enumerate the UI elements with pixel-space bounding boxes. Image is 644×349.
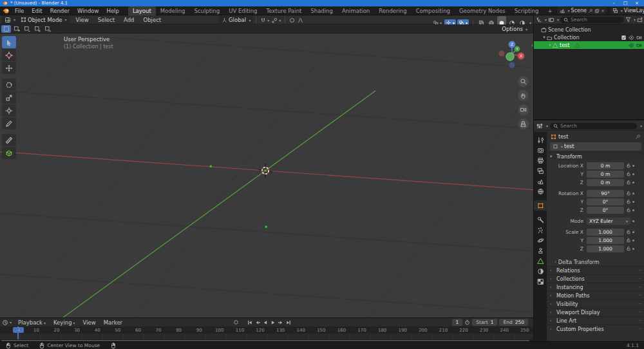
viewport-menu-view[interactable]: View bbox=[72, 16, 93, 24]
panel-collections[interactable]: ›Collections bbox=[547, 274, 644, 283]
field-value[interactable]: XYZ Euler▾ bbox=[587, 218, 630, 225]
proportional-editing-toggle[interactable] bbox=[288, 17, 296, 24]
camera-view-icon[interactable] bbox=[518, 104, 529, 115]
properties-tab-object[interactable] bbox=[534, 200, 547, 211]
frame-end-field[interactable]: End250 bbox=[499, 319, 528, 326]
field-value[interactable]: 90° bbox=[587, 190, 624, 197]
panel-instancing[interactable]: ›Instancing bbox=[547, 283, 644, 291]
animate-dot[interactable] bbox=[632, 165, 634, 167]
properties-tab-render[interactable] bbox=[534, 145, 547, 155]
orientation-selector[interactable]: Global ▾ bbox=[219, 16, 253, 24]
lock-icon[interactable] bbox=[626, 238, 631, 243]
frame-start-field[interactable]: Start1 bbox=[472, 319, 497, 326]
workspace-tab-compositing[interactable]: Compositing bbox=[412, 6, 455, 15]
field-value[interactable]: 1.000 bbox=[587, 229, 624, 236]
workspace-tab-animation[interactable]: Animation bbox=[337, 6, 374, 15]
navigation-gizmo[interactable]: Z X Y bbox=[493, 36, 531, 73]
field-value[interactable]: 0 m bbox=[587, 171, 624, 178]
topbar-menu-edit[interactable]: Edit bbox=[28, 7, 46, 15]
timeline-menu-playback[interactable]: Playback▾ bbox=[14, 319, 50, 326]
field-value[interactable]: 0° bbox=[587, 198, 624, 205]
expand-caret-icon[interactable]: ▾ bbox=[542, 35, 547, 40]
animate-dot[interactable] bbox=[632, 240, 634, 241]
chevron-down-icon[interactable]: ▾ bbox=[545, 17, 547, 22]
options-dropdown[interactable]: Options ▾ bbox=[499, 25, 530, 33]
workspace-tab-geometry-nodes[interactable]: Geometry Nodes bbox=[455, 6, 510, 15]
field-value[interactable]: 0° bbox=[587, 207, 624, 214]
properties-search[interactable] bbox=[550, 123, 637, 129]
auto-keying-icon[interactable] bbox=[233, 319, 239, 325]
lock-icon[interactable] bbox=[626, 171, 631, 176]
checkbox-toggle-icon[interactable] bbox=[621, 35, 627, 41]
current-frame-field[interactable]: 1 bbox=[452, 319, 463, 326]
filter-funnel-icon[interactable] bbox=[625, 17, 631, 23]
tool-measure-button[interactable] bbox=[2, 134, 16, 146]
animate-dot[interactable] bbox=[632, 248, 634, 250]
timeline-ruler[interactable]: 1 10203040506070809010011012013014015016… bbox=[0, 326, 533, 334]
select-subtract-button[interactable] bbox=[22, 25, 32, 33]
editor-properties-icon[interactable] bbox=[536, 123, 543, 129]
pin-icon[interactable] bbox=[588, 8, 593, 14]
outliner-search[interactable] bbox=[560, 17, 624, 23]
new-collection-icon[interactable] bbox=[637, 17, 643, 23]
panel-custom-properties[interactable]: ›Custom Properties bbox=[547, 325, 644, 333]
play-reverse-button[interactable] bbox=[262, 319, 269, 326]
field-value[interactable]: 0 m bbox=[587, 179, 624, 186]
select-set-button[interactable] bbox=[1, 25, 11, 33]
camera-toggle-icon[interactable] bbox=[636, 35, 642, 41]
topbar-menu-file[interactable]: File bbox=[11, 7, 28, 15]
jump-end-button[interactable] bbox=[285, 319, 292, 326]
maximize-button[interactable]: □ bbox=[621, 1, 630, 6]
properties-tab-modifiers[interactable] bbox=[534, 214, 547, 225]
editor-timeline-icon[interactable] bbox=[2, 319, 8, 326]
select-intersect-button[interactable] bbox=[43, 25, 52, 33]
outliner-search-input[interactable] bbox=[571, 17, 621, 23]
toggle-perspective-icon[interactable] bbox=[518, 118, 529, 129]
properties-tab-physics[interactable] bbox=[534, 235, 547, 245]
timeline-menu-marker[interactable]: Marker bbox=[100, 319, 126, 326]
outliner-filter-mode-icon[interactable] bbox=[548, 17, 554, 23]
panel-line-art[interactable]: ›Line Art bbox=[547, 316, 644, 325]
panel-motion-paths[interactable]: ›Motion Paths bbox=[547, 291, 644, 299]
lock-icon[interactable] bbox=[626, 191, 631, 196]
editor-outliner-icon[interactable] bbox=[536, 17, 542, 23]
animate-dot[interactable] bbox=[632, 209, 634, 211]
properties-tab-material[interactable] bbox=[534, 266, 547, 276]
animate-dot[interactable] bbox=[632, 193, 634, 194]
lock-icon[interactable] bbox=[626, 199, 631, 204]
properties-tab-view-layer[interactable] bbox=[534, 165, 547, 176]
play-button[interactable] bbox=[270, 319, 276, 326]
field-value[interactable]: 1.000 bbox=[587, 245, 624, 252]
chevron-down-icon[interactable]: ▾ bbox=[10, 320, 12, 325]
mode-selector[interactable]: Object Mode ▾ bbox=[18, 16, 70, 24]
view-layer-selector[interactable]: ▾ ViewLayer × bbox=[610, 7, 644, 14]
lock-icon[interactable] bbox=[626, 229, 631, 234]
properties-tab-output[interactable] bbox=[534, 155, 547, 165]
viewport-3d[interactable]: User Perspective (1) Collection | test Z… bbox=[0, 33, 533, 317]
panel-relations[interactable]: ›Relations bbox=[547, 266, 644, 274]
animate-dot[interactable] bbox=[632, 220, 634, 222]
transform-panel-header[interactable]: ▾ Transform bbox=[547, 152, 644, 160]
animate-dot[interactable] bbox=[632, 182, 634, 184]
tool-move-button[interactable] bbox=[2, 62, 16, 74]
snap-toggle[interactable]: ▾ bbox=[259, 17, 270, 24]
tool-scale-button[interactable] bbox=[2, 91, 16, 104]
eye-toggle-icon[interactable] bbox=[629, 35, 634, 41]
jump-start-button[interactable] bbox=[247, 319, 253, 326]
eye-toggle-icon[interactable] bbox=[629, 42, 634, 48]
select-extend-button[interactable] bbox=[12, 25, 21, 33]
topbar-menu-help[interactable]: Help bbox=[102, 7, 122, 15]
properties-options-dropdown[interactable]: ▾ bbox=[640, 124, 642, 128]
minimize-button[interactable]: – bbox=[609, 1, 618, 6]
animate-dot[interactable] bbox=[632, 173, 634, 175]
select-invert-button[interactable] bbox=[32, 25, 42, 33]
chevron-down-icon[interactable]: ▾ bbox=[546, 124, 548, 128]
blender-menu-icon[interactable] bbox=[3, 7, 10, 14]
workspace-tab-scripting[interactable]: Scripting bbox=[510, 6, 544, 15]
editor-type-button[interactable]: ▾ bbox=[2, 16, 18, 24]
tool-rotate-button[interactable] bbox=[2, 79, 16, 91]
close-button[interactable]: × bbox=[632, 1, 641, 6]
properties-tab-tool[interactable] bbox=[534, 135, 547, 145]
lock-icon[interactable] bbox=[626, 180, 631, 185]
duplicate-icon[interactable] bbox=[594, 8, 600, 14]
